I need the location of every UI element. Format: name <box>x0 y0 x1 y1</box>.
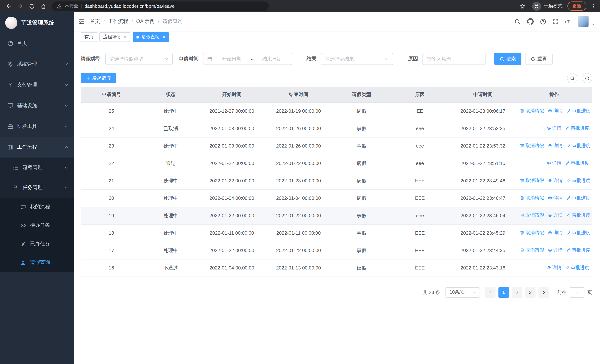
sidebar-fold-icon[interactable] <box>79 18 85 25</box>
fullscreen-icon[interactable] <box>553 19 559 24</box>
font-size-icon[interactable]: tT <box>565 19 572 24</box>
page-size-select[interactable]: 10条/页 <box>445 287 480 298</box>
detail-link[interactable]: 详情 <box>547 265 562 271</box>
sidebar-item-label: 流程管理 <box>23 164 43 171</box>
detail-link[interactable]: 详情 <box>547 125 562 131</box>
edit-icon <box>566 231 571 235</box>
browser-menu-icon[interactable] <box>591 3 596 9</box>
browser-reload-icon[interactable] <box>27 1 37 11</box>
prev-page-button[interactable] <box>485 287 496 298</box>
user-caret-icon[interactable]: ▾ <box>592 22 594 26</box>
cell-status: 处理中 <box>142 137 199 155</box>
progress-link[interactable]: 审批进度 <box>566 143 590 149</box>
create-leave-button[interactable]: 发起请假 <box>81 73 116 84</box>
goto-page-input[interactable] <box>570 287 584 298</box>
detail-link[interactable]: 详情 <box>547 160 562 167</box>
detail-link[interactable]: 详情 <box>548 143 562 149</box>
sidebar-item-my-processes[interactable]: 我的流程 <box>0 197 74 216</box>
cancel-leave-link[interactable]: 取消请假 <box>520 143 544 149</box>
cancel-leave-link[interactable]: 取消请假 <box>520 247 544 253</box>
next-page-button[interactable] <box>538 287 549 298</box>
progress-link[interactable]: 审批进度 <box>566 212 590 219</box>
sidebar-item-task-management[interactable]: 任务管理 <box>0 177 74 197</box>
select-placeholder: 请选择流结果 <box>325 56 383 62</box>
github-icon[interactable] <box>527 18 534 25</box>
page-button-1[interactable]: 1 <box>498 287 509 298</box>
table-row[interactable]: 21处理中2022-01-22 00:00:002022-01-23 00:00… <box>81 172 592 189</box>
reset-button[interactable]: 重置 <box>525 53 553 65</box>
cancel-leave-link[interactable]: 取消请假 <box>520 212 544 219</box>
table-toolbar: 发起请假 <box>81 73 592 84</box>
cancel-leave-link[interactable]: 取消请假 <box>520 108 544 114</box>
progress-link[interactable]: 审批进度 <box>566 247 590 253</box>
sidebar-item-infrastructure[interactable]: 基础设施 <box>0 95 74 116</box>
browser-update-button[interactable]: 更新 <box>567 1 586 11</box>
cell-status: 已取消 <box>142 120 199 137</box>
reason-input[interactable] <box>423 53 486 65</box>
search-button[interactable]: 搜索 <box>494 53 521 65</box>
table-row[interactable]: 18处理中2022-01-11 00:00:002022-01-11 00:00… <box>81 224 592 242</box>
detail-link[interactable]: 详情 <box>548 230 562 236</box>
app-logo[interactable]: 芋道管理系统 <box>0 12 74 33</box>
sidebar-item-dev-tools[interactable]: 研发工具 <box>0 116 74 137</box>
progress-link[interactable]: 审批进度 <box>565 265 589 271</box>
table-row[interactable]: 16不通过2022-01-04 00:00:002022-01-13 00:00… <box>81 259 592 277</box>
table-row[interactable]: 19处理中2022-01-22 00:00:002022-01-22 00:00… <box>81 207 592 224</box>
sidebar-item-workflow[interactable]: 工作流程 <box>0 137 74 158</box>
browser-back-icon[interactable] <box>4 1 14 11</box>
table-row[interactable]: 23处理中2022-01-03 00:00:002022-01-26 00:00… <box>81 137 592 155</box>
close-icon[interactable] <box>124 35 127 38</box>
detail-link[interactable]: 详情 <box>548 212 562 219</box>
tab-process-detail[interactable]: 流程详情 <box>99 32 131 42</box>
cancel-leave-link[interactable]: 取消请假 <box>520 177 544 184</box>
sidebar-item-process-management[interactable]: 流程管理 <box>0 158 74 177</box>
sidebar-item-payment-management[interactable]: ¥ 支付管理 <box>0 75 74 95</box>
progress-link[interactable]: 审批进度 <box>566 108 590 114</box>
sidebar-item-leave-query[interactable]: 请假查询 <box>0 253 74 272</box>
toggle-search-button[interactable] <box>567 73 577 84</box>
table-row[interactable]: 22通过2022-01-22 00:00:002022-01-22 00:00:… <box>81 155 592 172</box>
progress-link[interactable]: 审批进度 <box>565 125 589 131</box>
cancel-leave-link[interactable]: 取消请假 <box>520 195 544 201</box>
sidebar-item-home[interactable]: 首页 <box>0 33 74 54</box>
close-icon[interactable] <box>162 35 165 38</box>
result-select[interactable]: 请选择流结果 <box>321 53 393 65</box>
user-avatar[interactable] <box>578 16 589 27</box>
sidebar-item-done-tasks[interactable]: 已办任务 <box>0 235 74 253</box>
detail-link[interactable]: 详情 <box>548 195 562 201</box>
progress-link[interactable]: 审批进度 <box>565 160 589 167</box>
detail-link[interactable]: 详情 <box>548 247 562 253</box>
progress-link[interactable]: 审批进度 <box>566 177 590 184</box>
tab-home[interactable]: 首页 <box>81 32 97 42</box>
address-bar[interactable]: 不安全 dashboard.yudao.iocoder.cn/bpm/oa/le… <box>52 1 269 11</box>
help-icon[interactable] <box>540 18 546 25</box>
browser-forward-icon[interactable] <box>15 1 25 11</box>
sidebar-item-todo-tasks[interactable]: 待办任务 <box>0 216 74 235</box>
page-button-3[interactable]: 3 <box>525 287 535 298</box>
bookmark-star-icon[interactable] <box>517 1 527 11</box>
detail-link[interactable]: 详情 <box>548 177 562 184</box>
cancel-leave-link[interactable]: 取消请假 <box>520 230 544 236</box>
breadcrumb-item[interactable]: OA 示例 <box>136 18 155 25</box>
table-row[interactable]: 25处理中2021-12-27 00:00:002022-01-19 00:00… <box>81 102 592 120</box>
search-icon[interactable] <box>514 18 521 25</box>
tab-leave-query[interactable]: 请假查询 <box>133 32 169 42</box>
delete-icon <box>520 231 525 235</box>
progress-link[interactable]: 审批进度 <box>566 195 590 201</box>
table-row[interactable]: 17处理中2022-01-22 00:00:002022-01-22 00:00… <box>81 242 592 259</box>
breadcrumb-item[interactable]: 工作流程 <box>108 18 128 25</box>
table-row[interactable]: 24已取消2022-01-03 00:00:002022-01-26 00:00… <box>81 120 592 137</box>
progress-link[interactable]: 审批进度 <box>566 230 590 236</box>
table-row[interactable]: 20处理中2022-01-04 00:00:002022-01-04 00:00… <box>81 189 592 207</box>
browser-home-icon[interactable] <box>38 1 48 11</box>
cell-end: 2022-01-26 00:00:00 <box>264 137 333 155</box>
leave-type-select[interactable]: 请选择请假类型 <box>105 53 173 65</box>
apply-time-range-picker[interactable]: 开始日期 - 结束日期 <box>203 53 292 65</box>
sidebar-item-system-management[interactable]: 系统管理 <box>0 54 74 75</box>
refresh-table-button[interactable] <box>582 73 592 84</box>
breadcrumb-item[interactable]: 首页 <box>90 18 100 25</box>
detail-link[interactable]: 详情 <box>548 108 562 114</box>
page-button-2[interactable]: 2 <box>512 287 522 298</box>
row-actions: 取消请假详情审批进度 <box>516 207 592 224</box>
security-warning-icon <box>57 3 62 9</box>
